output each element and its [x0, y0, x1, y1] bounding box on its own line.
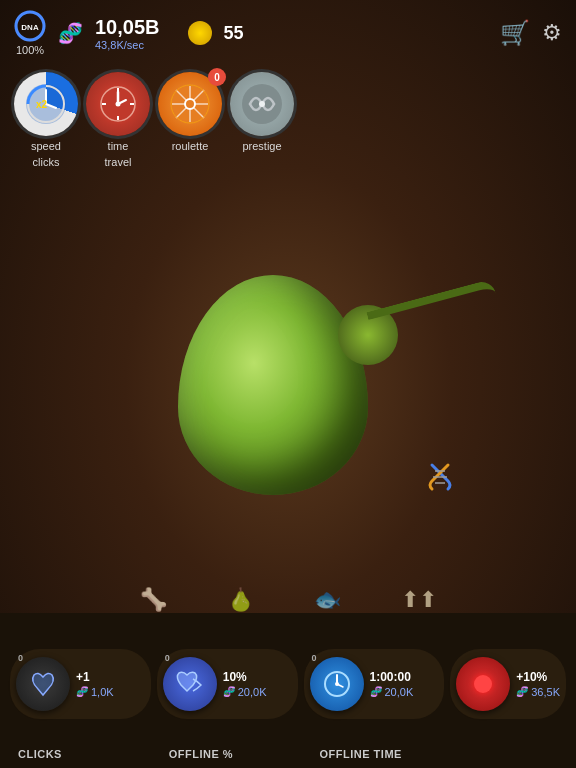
svg-point-16: [116, 102, 121, 107]
clicks-button[interactable]: 0: [16, 657, 70, 711]
bone-icon[interactable]: 🦴: [140, 587, 167, 613]
boost-group: +10% 🧬 36,5K: [450, 649, 566, 719]
time-travel-icon: [86, 72, 150, 136]
powerup-prestige[interactable]: prestige: [230, 72, 294, 156]
svg-point-25: [259, 101, 265, 107]
powerup-time-travel[interactable]: time travel: [86, 72, 150, 168]
dna-progress-icon: DNA: [14, 10, 46, 42]
dna-percent-text: 100%: [16, 44, 44, 56]
bottom-panel: 0 +1 🧬 1,0K 0: [0, 613, 576, 768]
dna-float-icon: [424, 461, 456, 500]
boost-bottom: 🧬 36,5K: [516, 686, 560, 698]
offline-pct-bottom: 🧬 20,0K: [223, 686, 267, 698]
clicks-group: 0 +1 🧬 1,0K: [10, 649, 151, 719]
game-area[interactable]: [0, 160, 576, 590]
offline-pct-counter: 0: [165, 653, 170, 663]
offline-time-top: 1:00:00: [370, 670, 411, 684]
sperm-tail: [366, 279, 499, 342]
gold-count: 55: [224, 23, 244, 44]
clicks-dna-icon: 🧬: [76, 686, 88, 697]
gear-icon[interactable]: ⚙: [542, 20, 562, 46]
fish-icon[interactable]: 🐟: [314, 587, 341, 613]
gold-coin-icon: [188, 21, 212, 45]
dna-icon-area: 🧬: [58, 21, 83, 45]
offline-time-group: 0 1:00:00 🧬 20,0K: [304, 649, 445, 719]
upgrade-icon[interactable]: ⬆⬆: [401, 587, 437, 613]
offline-pct-group: 0 10% 🧬 20,0K: [157, 649, 298, 719]
svg-point-32: [335, 682, 339, 686]
offline-time-button[interactable]: 0: [310, 657, 364, 711]
boost-dot: [474, 675, 492, 693]
clicks-label: CLICKS: [10, 748, 155, 760]
powerup-roulette[interactable]: 0 roulette: [158, 72, 222, 156]
offline-pct-dna-icon: 🧬: [223, 686, 235, 697]
boost-dna-icon: 🧬: [516, 686, 528, 697]
offline-time-counter: 0: [312, 653, 317, 663]
speed-label-1: speed: [31, 140, 61, 152]
offline-pct-label: OFFLINE %: [161, 748, 306, 760]
boost-info: +10% 🧬 36,5K: [516, 670, 560, 698]
dna-double-icon: 🧬: [58, 21, 83, 45]
time-label-2: travel: [105, 156, 132, 168]
prestige-label: prestige: [242, 140, 281, 152]
speed-icon: x2: [14, 72, 78, 136]
powerups-row: x2 speed clicks time: [0, 66, 576, 178]
coins-amount: 10,05B: [95, 16, 160, 39]
boost-button[interactable]: [456, 657, 510, 711]
bottom-labels-row: CLICKS OFFLINE % OFFLINE TIME: [0, 748, 576, 768]
clicks-info: +1 🧬 1,0K: [76, 670, 145, 698]
svg-text:x2: x2: [36, 99, 48, 110]
clicks-counter: 0: [18, 653, 23, 663]
prestige-icon: [230, 72, 294, 136]
clicks-bottom: 🧬 1,0K: [76, 686, 114, 698]
bottom-icons-row: 🦴 🍐 🐟 ⬆⬆: [0, 587, 576, 613]
top-bar: DNA 100% 🧬 10,05B 43,8K/sec 55 🛒 ⚙: [0, 0, 576, 66]
offline-pct-info: 10% 🧬 20,0K: [223, 670, 292, 698]
powerup-speed[interactable]: x2 speed clicks: [14, 72, 78, 168]
roulette-icon: 0: [158, 72, 222, 136]
cart-icon[interactable]: 🛒: [500, 19, 530, 47]
coins-counter: 10,05B 43,8K/sec: [95, 16, 160, 51]
offline-time-info: 1:00:00 🧬 20,0K: [370, 670, 439, 698]
dna-percent-container: DNA 100%: [14, 10, 46, 56]
svg-point-22: [185, 99, 195, 109]
boost-top: +10%: [516, 670, 547, 684]
roulette-badge: 0: [208, 68, 226, 86]
sperm-head: [178, 275, 368, 495]
clicks-top: +1: [76, 670, 90, 684]
coins-rate: 43,8K/sec: [95, 39, 160, 51]
offline-pct-top: 10%: [223, 670, 247, 684]
time-label-1: time: [108, 140, 129, 152]
speed-label-2: clicks: [33, 156, 60, 168]
roulette-label: roulette: [172, 140, 209, 152]
drop-icon[interactable]: 🍐: [227, 587, 254, 613]
offline-time-dna-icon: 🧬: [370, 686, 382, 697]
offline-pct-button[interactable]: 0: [163, 657, 217, 711]
offline-time-bottom: 🧬 20,0K: [370, 686, 414, 698]
bottom-buttons-row: 0 +1 🧬 1,0K 0: [0, 613, 576, 748]
svg-text:DNA: DNA: [21, 23, 39, 32]
sperm-cell[interactable]: [158, 235, 418, 515]
offline-time-label: OFFLINE TIME: [312, 748, 457, 760]
boost-label: [462, 748, 566, 760]
